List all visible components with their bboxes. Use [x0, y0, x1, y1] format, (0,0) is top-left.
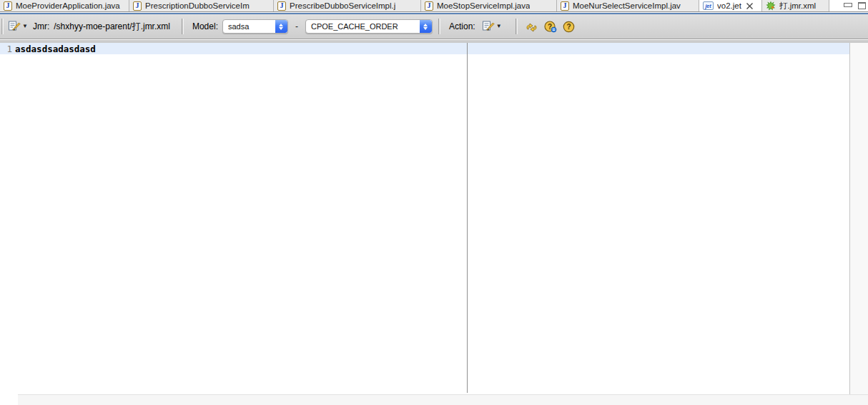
svg-text:?: ?: [566, 23, 571, 31]
tab-label: MoeProviderApplication.java: [16, 1, 120, 10]
action-button[interactable]: ▼: [480, 19, 504, 34]
synchronize-icon[interactable]: [525, 21, 538, 33]
model-select[interactable]: sadsa: [222, 19, 288, 34]
select-chevrons-icon: [420, 20, 432, 33]
model-label: Model:: [192, 21, 218, 31]
view-window-buttons: [839, 0, 868, 11]
tab-moestopserviceimpl-java[interactable]: J MoeStopServiceImpl.java: [421, 0, 557, 11]
dropdown-caret-icon: ▼: [496, 24, 502, 29]
jmr-leaf-icon: [766, 1, 776, 11]
table-select[interactable]: CPOE_CACHE_ORDER: [305, 19, 433, 34]
tab-prescribedubboserviceimpl[interactable]: J PrescribeDubboServiceImpl.j: [274, 0, 421, 11]
table-select-value: CPOE_CACHE_ORDER: [306, 22, 420, 31]
tab-label: vo2.jet: [717, 1, 741, 10]
tab-prescriptiondubboservice[interactable]: J PrescriptionDubboServiceIm: [129, 0, 274, 11]
tab-label: 打.jmr.xml: [779, 1, 816, 11]
horizontal-scrollbar[interactable]: [18, 394, 868, 405]
editor-tab-bar: J MoeProviderApplication.java J Prescrip…: [0, 0, 868, 12]
jmr-label: Jmr:: [33, 21, 49, 31]
java-file-icon: J: [133, 1, 142, 11]
tab-moeproviderapplication-java[interactable]: J MoeProviderApplication.java: [0, 0, 129, 11]
jet-file-icon: jet: [703, 1, 714, 10]
tab-vo2-jet-active[interactable]: jet vo2.jet: [699, 0, 762, 11]
tab-label: MoeNurSelectServiceImpl.jav: [573, 1, 681, 10]
ide-window: J MoeProviderApplication.java J Prescrip…: [0, 0, 868, 405]
help-icon[interactable]: ?: [563, 21, 575, 33]
select-chevrons-icon: [275, 20, 287, 33]
close-tab-icon[interactable]: [746, 3, 753, 9]
java-file-icon: J: [561, 1, 569, 11]
current-line-highlight: [0, 43, 849, 54]
minimize-view-icon[interactable]: [844, 3, 852, 9]
java-file-icon: J: [277, 1, 286, 11]
toolbar-separator: [516, 19, 518, 34]
java-file-icon: J: [4, 1, 12, 11]
tab-label: PrescriptionDubboServiceIm: [145, 1, 250, 10]
action-label: Action:: [449, 21, 475, 31]
jmr-file-button[interactable]: ▼: [6, 19, 30, 34]
overview-ruler-scrollbar[interactable]: [849, 43, 868, 394]
toolbar-separator: [182, 19, 184, 34]
tab-label: PrescribeDubboServiceImpl.j: [290, 1, 395, 10]
tab-jmr-xml[interactable]: 打.jmr.xml: [762, 0, 829, 11]
toolbar-icon-group: ? ?: [525, 21, 575, 33]
form-pencil-icon: [8, 21, 21, 32]
line-number: 1: [0, 44, 15, 54]
model-select-value: sadsa: [223, 22, 275, 31]
tab-label: MoeStopServiceImpl.java: [437, 1, 530, 10]
jet-editor-area[interactable]: 1 asdasdsadasdasd: [0, 43, 868, 394]
help-search-icon[interactable]: ?: [544, 21, 557, 33]
line-text: asdasdsadasdasd: [15, 44, 96, 54]
model-table-dash: -: [295, 21, 298, 31]
tab-bar-spacer: [829, 0, 839, 11]
dropdown-caret-icon: ▼: [22, 24, 28, 29]
maximize-view-icon[interactable]: [858, 2, 866, 9]
jmr-toolbar: ▼ Jmr: /shxhyy-moe-parent/打.jmr.xml Mode…: [0, 14, 868, 39]
code-line[interactable]: 1 asdasdsadasdasd: [0, 43, 96, 54]
toolbar-separator: [438, 19, 440, 34]
jmr-path-text: /shxhyy-moe-parent/打.jmr.xml: [54, 21, 170, 33]
editor-split-sash[interactable]: [467, 43, 468, 393]
tab-moenurselectserviceimpl-java[interactable]: J MoeNurSelectServiceImpl.jav: [557, 0, 699, 11]
java-file-icon: J: [425, 1, 433, 11]
form-pencil-icon: [482, 21, 495, 32]
toolbar-grip: [1, 19, 4, 34]
